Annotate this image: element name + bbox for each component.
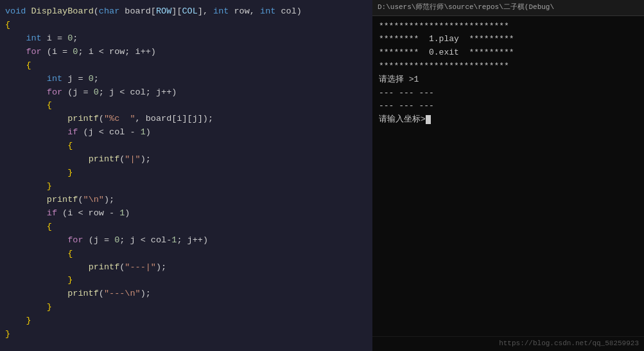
- code-line: for (j = 0; j < col; j++): [0, 86, 372, 100]
- code-line: {: [0, 248, 372, 261]
- code-line: {: [0, 140, 372, 153]
- code-line: }: [0, 301, 372, 314]
- code-line: if (i < row - 1): [0, 207, 372, 221]
- code-line: }: [0, 274, 372, 287]
- terminal-titlebar: D:\users\师范行师\source\repos\二子棋(Debug\: [372, 0, 644, 16]
- terminal-line: --- --- ---: [379, 87, 638, 100]
- code-line: printf("|");: [0, 153, 372, 166]
- terminal-line: ******** 0.exit *********: [379, 46, 638, 60]
- code-line: }: [0, 328, 372, 341]
- code-line: int j = 0;: [0, 73, 372, 86]
- code-editor: void DisplayBoard(char board[ROW][COL], …: [0, 0, 372, 351]
- code-line: {: [0, 99, 372, 113]
- terminal-cursor: [426, 115, 431, 124]
- terminal-line: **************************: [379, 20, 638, 33]
- code-line: {: [0, 221, 372, 234]
- code-line: if (j < col - 1): [0, 126, 372, 140]
- watermark: https://blog.csdn.net/qq_58259923: [372, 336, 644, 351]
- code-line: void DisplayBoard(char board[ROW][COL], …: [0, 5, 372, 19]
- code-line: {: [0, 59, 372, 73]
- terminal-content: ********************************** 1.pla…: [372, 16, 644, 337]
- terminal-panel: D:\users\师范行师\source\repos\二子棋(Debug\ **…: [372, 0, 644, 351]
- code-line: }: [0, 314, 372, 328]
- code-line: {: [0, 19, 372, 32]
- code-line: for (i = 0; i < row; i++): [0, 46, 372, 59]
- code-line: for (j = 0; j < col-1; j++): [0, 234, 372, 248]
- terminal-line: 请输入坐标>: [379, 113, 638, 127]
- code-line: printf("\n");: [0, 194, 372, 207]
- code-line: }: [0, 180, 372, 194]
- code-line: printf("---|");: [0, 261, 372, 274]
- terminal-line: **************************: [379, 60, 638, 73]
- code-line: }: [0, 166, 372, 180]
- terminal-line: ******** 1.play *********: [379, 33, 638, 46]
- code-line: int i = 0;: [0, 32, 372, 46]
- code-line: printf("---\n");: [0, 287, 372, 301]
- code-line: printf("%c ", board[i][j]);: [0, 113, 372, 126]
- terminal-line: 请选择 >1: [379, 73, 638, 87]
- terminal-line: --- --- ---: [379, 100, 638, 113]
